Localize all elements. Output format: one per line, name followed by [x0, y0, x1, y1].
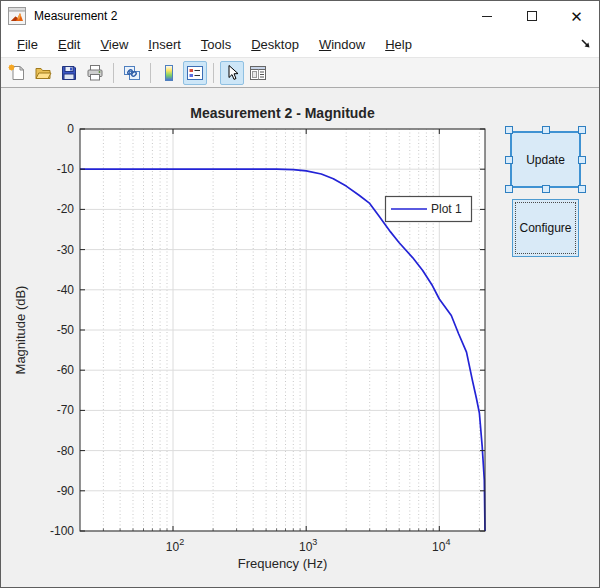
edit-plot-button[interactable] [220, 61, 244, 85]
print-figure-button[interactable] [83, 61, 107, 85]
selection-handle[interactable] [578, 126, 586, 134]
legend-icon [186, 64, 204, 82]
menu-item-insert[interactable]: Insert [138, 33, 191, 56]
matlab-logo-icon [8, 7, 26, 25]
new-figure-icon [8, 64, 26, 82]
open-folder-icon [34, 64, 52, 82]
legend-label: Plot 1 [431, 202, 462, 216]
save-icon [60, 64, 78, 82]
property-editor-button[interactable] [246, 61, 270, 85]
update-button[interactable]: Update [510, 131, 581, 188]
figure-window: Measurement 2 ✕ FileEditViewInsertToolsD… [0, 0, 600, 588]
print-icon [86, 64, 104, 82]
menu-item-desktop[interactable]: Desktop [241, 33, 309, 56]
menu-item-file[interactable]: File [7, 33, 48, 56]
new-figure-button[interactable] [5, 61, 29, 85]
open-file-button[interactable] [31, 61, 55, 85]
selection-handle[interactable] [542, 185, 550, 193]
colorbar-icon [160, 64, 178, 82]
selection-handle[interactable] [505, 185, 513, 193]
selection-handle[interactable] [578, 185, 586, 193]
x-axis-label: Frequency (Hz) [238, 556, 328, 571]
y-tick-label: -80 [57, 444, 75, 458]
y-tick-label: -90 [57, 484, 75, 498]
y-tick-label: -60 [57, 363, 75, 377]
toolbar-separator [150, 63, 151, 83]
selection-handle[interactable] [505, 156, 513, 164]
insert-colorbar-button[interactable] [157, 61, 181, 85]
toolbar-separator [113, 63, 114, 83]
title-bar: Measurement 2 ✕ [1, 1, 599, 31]
y-axis-label: Magnitude (dB) [13, 286, 28, 375]
link-plot-icon [123, 64, 141, 82]
link-plot-button[interactable] [120, 61, 144, 85]
minimize-icon [482, 16, 492, 17]
chart-title: Measurement 2 - Magnitude [190, 105, 375, 121]
menu-item-tools[interactable]: Tools [191, 33, 241, 56]
property-editor-icon [249, 64, 267, 82]
figure-canvas: 0-10-20-30-40-50-60-70-80-90-10010210310… [1, 88, 599, 587]
configure-button[interactable]: Configure [512, 199, 579, 257]
close-icon: ✕ [570, 9, 583, 24]
maximize-icon [527, 11, 537, 21]
menu-item-view[interactable]: View [90, 33, 138, 56]
y-tick-label: -100 [50, 524, 74, 538]
dock-figure-button[interactable] [579, 37, 593, 51]
toolbar-separator [213, 63, 214, 83]
y-tick-label: -40 [57, 283, 75, 297]
save-figure-button[interactable] [57, 61, 81, 85]
y-tick-label: -10 [57, 162, 75, 176]
x-tick-label: 104 [432, 537, 450, 554]
figure-toolbar [1, 57, 599, 88]
y-tick-label: -20 [57, 202, 75, 216]
menu-bar: FileEditViewInsertToolsDesktopWindowHelp [1, 31, 599, 57]
y-tick-label: -70 [57, 403, 75, 417]
y-tick-label: -50 [57, 323, 75, 337]
x-tick-label: 102 [166, 537, 184, 554]
selection-handle[interactable] [505, 126, 513, 134]
insert-legend-button[interactable] [183, 61, 207, 85]
y-tick-label: -30 [57, 243, 75, 257]
window-title: Measurement 2 [34, 9, 117, 23]
menu-item-window[interactable]: Window [309, 33, 375, 56]
selection-handle[interactable] [578, 156, 586, 164]
pointer-icon [223, 64, 241, 82]
y-tick-label: 0 [67, 122, 74, 136]
menu-item-help[interactable]: Help [375, 33, 422, 56]
update-button-selection: Update [510, 131, 581, 188]
minimize-button[interactable] [464, 1, 509, 31]
x-tick-label: 103 [299, 537, 317, 554]
maximize-button[interactable] [509, 1, 554, 31]
close-button[interactable]: ✕ [554, 1, 599, 31]
menu-item-edit[interactable]: Edit [48, 33, 90, 56]
dock-arrow-icon [579, 37, 593, 51]
selection-handle[interactable] [542, 126, 550, 134]
